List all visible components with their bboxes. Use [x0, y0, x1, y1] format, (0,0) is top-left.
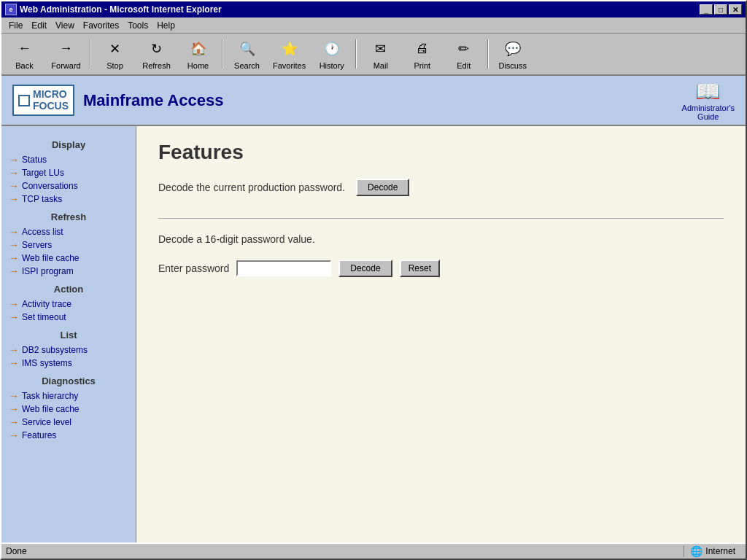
sidebar-item-web-file-cache-refresh[interactable]: → Web file cache [1, 252, 136, 265]
sidebar-item-features[interactable]: → Features [1, 429, 136, 442]
sidebar-item-task-hierarchy[interactable]: → Task hierarchy [1, 389, 136, 402]
status-zone: 🌐 Internet [684, 545, 741, 557]
home-icon: 🏠 [188, 39, 209, 59]
sidebar-item-web-file-cache-diag[interactable]: → Web file cache [1, 402, 136, 416]
arrow-icon: → [9, 180, 19, 192]
close-button[interactable]: ✕ [729, 4, 742, 15]
edit-label: Edit [457, 61, 471, 70]
menu-favorites[interactable]: Favorites [79, 19, 123, 32]
sidebar-item-status[interactable]: → Status [1, 153, 136, 166]
stop-button[interactable]: ✕ Stop [95, 36, 135, 72]
mail-label: Mail [374, 61, 388, 70]
section-display-title: Display [1, 133, 136, 153]
reset-button[interactable]: Reset [400, 260, 440, 277]
arrow-icon: → [9, 226, 19, 238]
menu-file[interactable]: File [4, 19, 27, 32]
menu-edit[interactable]: Edit [27, 19, 51, 32]
admin-guide-label: Administrator'sGuide [682, 104, 735, 121]
search-icon: 🔍 [237, 39, 258, 59]
minimize-button[interactable]: _ [700, 4, 713, 15]
forward-button[interactable]: → Forward [46, 36, 86, 72]
toolbar-sep-2 [222, 39, 223, 69]
page-header: MICRO FOCUS Mainframe Access 📖 Administr… [1, 76, 746, 126]
sidebar-item-activity-trace[interactable]: → Activity trace [1, 298, 136, 311]
menu-tools[interactable]: Tools [123, 19, 152, 32]
logo-and-title: MICRO FOCUS Mainframe Access [12, 85, 223, 116]
window-controls: _ □ ✕ [700, 4, 742, 15]
maximize-button[interactable]: □ [714, 4, 727, 15]
toolbar-sep-4 [487, 39, 489, 69]
stop-label: Stop [107, 61, 123, 70]
main-content: Features Decode the current production p… [136, 126, 746, 542]
arrow-icon: → [9, 265, 19, 277]
logo-text: MICRO FOCUS [33, 89, 69, 112]
mainframe-access-title: Mainframe Access [83, 91, 223, 110]
window-title: Web Administration - Microsoft Internet … [20, 4, 222, 15]
arrow-icon: → [9, 344, 19, 356]
sidebar-item-tcp-tasks[interactable]: → TCP tasks [1, 192, 136, 206]
discuss-label: Discuss [498, 61, 527, 70]
sidebar-item-target-lus[interactable]: → Target LUs [1, 166, 136, 179]
arrow-icon: → [9, 311, 19, 323]
menu-view[interactable]: View [51, 19, 79, 32]
password-label: Enter password [158, 262, 229, 274]
sidebar-item-ispi-program[interactable]: → ISPI program [1, 265, 136, 278]
sidebar-item-ims-systems[interactable]: → IMS systems [1, 357, 136, 370]
arrow-icon: → [9, 252, 19, 264]
discuss-button[interactable]: 💬 Discuss [492, 36, 533, 72]
search-button[interactable]: 🔍 Search [227, 36, 267, 72]
forward-label: Forward [51, 61, 80, 70]
sidebar-item-db2-subsystems[interactable]: → DB2 subsystems [1, 343, 136, 357]
arrow-icon: → [9, 416, 19, 428]
print-button[interactable]: 🖨 Print [402, 36, 442, 72]
menu-help[interactable]: Help [152, 19, 179, 32]
title-bar-left: e Web Administration - Microsoft Interne… [5, 4, 222, 15]
page-area: Display → Status → Target LUs → Conversa… [1, 126, 746, 542]
sidebar-item-servers[interactable]: → Servers [1, 238, 136, 252]
edit-icon: ✏ [454, 39, 474, 59]
sidebar-item-service-level[interactable]: → Service level [1, 416, 136, 429]
section-divider [158, 218, 724, 219]
status-bar: Done 🌐 Internet [1, 542, 746, 559]
mail-button[interactable]: ✉ Mail [360, 36, 400, 72]
menu-bar: File Edit View Favorites Tools Help [1, 18, 746, 34]
back-button[interactable]: ← Back [4, 36, 44, 72]
enter-password-row: Enter password Decode Reset [158, 260, 724, 277]
decode-16digit-button[interactable]: Decode [338, 260, 392, 277]
section-action-title: Action [1, 278, 136, 298]
decode-16digit-label: Decode a 16-digit password value. [158, 233, 724, 245]
arrow-icon: → [9, 193, 19, 205]
section-diagnostics-title: Diagnostics [1, 370, 136, 389]
edit-button[interactable]: ✏ Edit [444, 36, 484, 72]
mail-icon: ✉ [371, 39, 391, 59]
arrow-icon: → [9, 154, 19, 166]
history-button[interactable]: 🕐 History [311, 36, 352, 72]
favorites-button[interactable]: ⭐ Favorites [268, 36, 310, 72]
refresh-button[interactable]: ↻ Refresh [136, 36, 177, 72]
browser-icon: e [5, 4, 17, 15]
search-label: Search [234, 61, 260, 70]
home-button[interactable]: 🏠 Home [178, 36, 218, 72]
decode-16digit-section: Decode a 16-digit password value. Enter … [158, 233, 724, 277]
decode-production-row: Decode the current production password. … [158, 179, 724, 207]
password-input[interactable] [236, 260, 331, 276]
arrow-icon: → [9, 167, 19, 179]
arrow-icon: → [9, 239, 19, 251]
sidebar-item-set-timeout[interactable]: → Set timeout [1, 311, 136, 324]
decode-production-button[interactable]: Decode [356, 179, 409, 196]
sidebar-item-conversations[interactable]: → Conversations [1, 179, 136, 192]
features-title: Features [158, 141, 724, 164]
sidebar-item-access-list[interactable]: → Access list [1, 225, 136, 238]
arrow-icon: → [9, 298, 19, 310]
favorites-icon: ⭐ [279, 39, 300, 59]
arrow-icon: → [9, 357, 19, 369]
print-icon: 🖨 [412, 39, 433, 59]
arrow-icon: → [9, 390, 19, 402]
logo-square [18, 95, 30, 106]
zone-label: Internet [705, 546, 735, 556]
toolbar: ← Back → Forward ✕ Stop ↻ Refresh 🏠 Home… [1, 34, 746, 76]
status-text: Done [6, 546, 676, 556]
sidebar: Display → Status → Target LUs → Conversa… [1, 126, 136, 542]
browser-content: MICRO FOCUS Mainframe Access 📖 Administr… [1, 76, 746, 542]
admin-guide-link[interactable]: 📖 Administrator'sGuide [682, 79, 735, 121]
